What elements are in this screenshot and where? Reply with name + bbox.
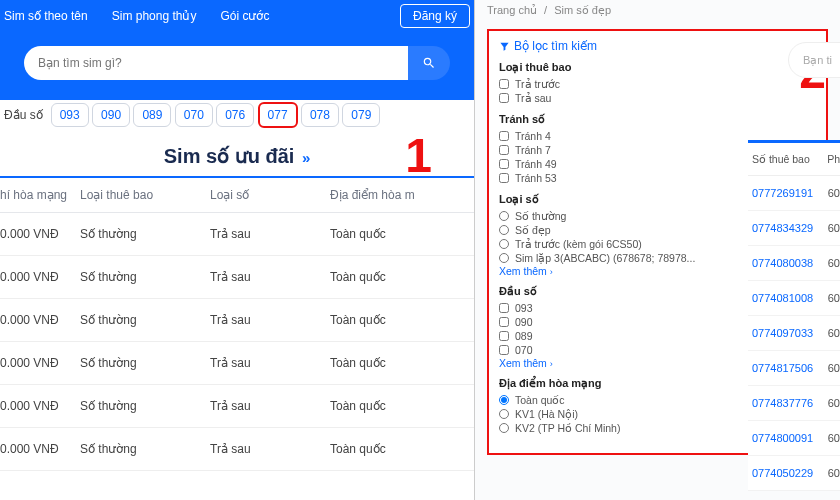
table-row[interactable]: 0.000 VNĐSố thườngTrả sauToàn quốc: [0, 342, 474, 385]
crumb-home[interactable]: Trang chủ: [487, 4, 537, 16]
search-button[interactable]: [408, 46, 450, 80]
prefix-pill-090[interactable]: 090: [92, 103, 130, 127]
chevron-right-icon: »: [302, 149, 310, 166]
col-numtype: Loại số: [210, 188, 330, 202]
table-row[interactable]: 0.000 VNĐSố thườngTrả sauToàn quốc: [0, 213, 474, 256]
prefix-label: Đầu số: [4, 108, 43, 122]
table-row[interactable]: 0.000 VNĐSố thườngTrả sauToàn quốc: [0, 299, 474, 342]
crumb-current: Sim số đẹp: [554, 4, 611, 16]
sim-number-row[interactable]: 077408100860: [748, 281, 840, 316]
filter-option[interactable]: Trả sau: [499, 91, 816, 105]
annotation-1: 1: [405, 128, 432, 183]
sim-number-row[interactable]: 077409703360: [748, 316, 840, 351]
right-panel: Trang chủ / Sim số đẹp Bộ lọc tìm kiếm L…: [475, 0, 840, 500]
filter-title: Bộ lọc tìm kiếm: [499, 39, 816, 53]
col-fee: hí hòa mạng: [0, 188, 80, 202]
sim-number-row[interactable]: 077480009160: [748, 421, 840, 456]
table-row[interactable]: 0.000 VNĐSố thườngTrả sauToàn quốc: [0, 428, 474, 471]
prefix-pill-079[interactable]: 079: [342, 103, 380, 127]
breadcrumb: Trang chủ / Sim số đẹp: [475, 0, 840, 21]
sim-number-row[interactable]: 077483777660: [748, 386, 840, 421]
right-search-fragment[interactable]: Bạn ti: [788, 42, 840, 78]
sim-number-row[interactable]: 077483432960: [748, 211, 840, 246]
table-row[interactable]: 0.000 VNĐSố thườngTrả sauToàn quốc: [0, 385, 474, 428]
prefix-pill-076[interactable]: 076: [216, 103, 254, 127]
search-icon: [422, 56, 436, 70]
right-table-header: Số thuê bao Ph: [748, 143, 840, 176]
prefix-pill-070[interactable]: 070: [175, 103, 213, 127]
table-row[interactable]: 0.000 VNĐSố thườngTrả sauToàn quốc: [0, 256, 474, 299]
table-header: hí hòa mạng Loại thuê bao Loại số Địa đi…: [0, 178, 474, 213]
prefix-pill-077[interactable]: 077: [258, 102, 298, 128]
left-panel: Sim số theo tên Sim phong thủy Gói cước …: [0, 0, 475, 500]
sim-number-row[interactable]: 077481750660: [748, 351, 840, 386]
register-button[interactable]: Đăng ký: [400, 4, 470, 28]
nav-sim-fengshui[interactable]: Sim phong thủy: [112, 9, 197, 23]
sim-table: hí hòa mạng Loại thuê bao Loại số Địa đi…: [0, 178, 474, 471]
nav-packages[interactable]: Gói cước: [220, 9, 269, 23]
promo-title: Sim số ưu đãi »: [0, 130, 474, 176]
prefix-pill-093[interactable]: 093: [51, 103, 89, 127]
prefix-pill-089[interactable]: 089: [133, 103, 171, 127]
sim-number-row[interactable]: 077405022960: [748, 456, 840, 491]
right-sim-table: Số thuê bao Ph 0777269191600774834329600…: [748, 140, 840, 491]
prefix-row: Đầu số 093 090 089 070 076 077 078 079: [0, 100, 474, 130]
filter-option[interactable]: Trả trước: [499, 77, 816, 91]
sim-number-row[interactable]: 077408003860: [748, 246, 840, 281]
filter-group: Loại thuê baoTrả trướcTrả sau: [499, 61, 816, 105]
prefix-pill-078[interactable]: 078: [301, 103, 339, 127]
col-subtype: Loại thuê bao: [80, 188, 210, 202]
sim-number-row[interactable]: 077726919160: [748, 176, 840, 211]
nav-sim-by-name[interactable]: Sim số theo tên: [4, 9, 88, 23]
search-input[interactable]: [24, 46, 408, 80]
col-location: Địa điểm hòa m: [330, 188, 474, 202]
top-nav: Sim số theo tên Sim phong thủy Gói cước …: [0, 0, 474, 32]
search-bar: [0, 32, 474, 100]
filter-icon: [499, 41, 510, 52]
